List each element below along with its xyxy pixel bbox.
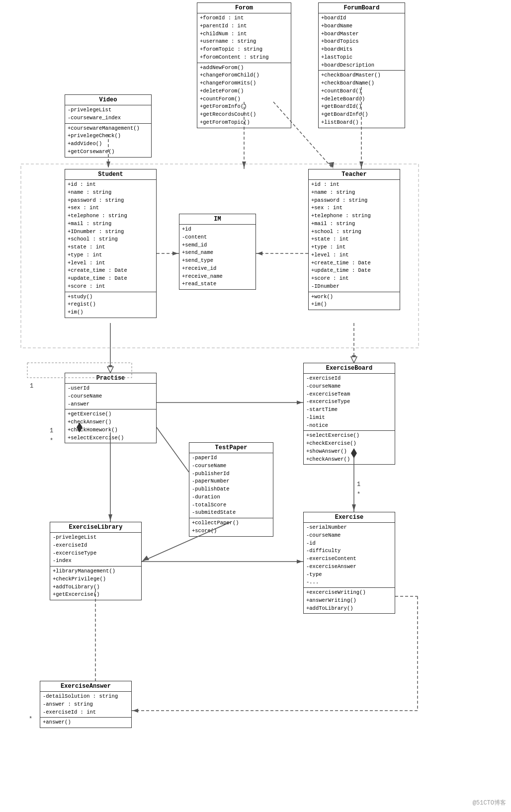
uml-attribute-item: -excerciseType [306,398,392,406]
uml-attribute-item: +level : int [68,259,154,267]
uml-attribute-item: -excerciseAnswer [306,563,392,571]
svg-marker-11 [352,355,356,362]
svg-marker-41 [351,357,357,363]
uml-attributes-exerciselibrary: -privelegeList-exerciseId-excerciseType-… [50,533,141,567]
uml-attribute-item: +name : string [68,189,154,197]
uml-attribute-item: -limit [306,414,392,422]
uml-title-practise: Practise [65,373,156,384]
uml-attribute-item: +id [182,226,253,234]
uml-attribute-item: +score : int [311,275,397,283]
uml-attribute-item: +create_time : Date [68,267,154,275]
uml-attributes-im: +id-content+semd_id+send_name+send_type+… [179,225,256,289]
uml-attributes-exerciseanswer: -detailSolution : string-answer : string… [40,692,131,718]
uml-attribute-item: -difficulty [306,547,392,555]
uml-attribute-item: +receive_name [182,273,253,281]
uml-method-item: +checkPrivilege() [53,575,139,583]
uml-attribute-item: -publishDate [192,486,270,493]
uml-method-item: +getForomTopic() [200,119,288,127]
uml-method-item: +changeForomChild() [200,72,288,80]
uml-attribute-item: +username : string [200,38,288,46]
uml-method-item: +getBoardInfo() [321,111,402,119]
uml-attribute-item: -userId [68,385,154,393]
uml-attribute-item: -courseware_index [68,114,149,122]
uml-methods-exerciseanswer: +answer() [40,718,131,728]
uml-method-item: +addToLibrary() [53,583,139,591]
uml-attribute-item: +semd_id [182,242,253,249]
uml-box-forumboard: ForumBoard+boardId+boardName+boardMaster… [318,2,405,128]
uml-method-item: +getRecordsCount() [200,111,288,119]
uml-attribute-item: -privelegeList [53,534,139,542]
svg-marker-32 [133,709,138,713]
uml-box-practise: Practise-userId-courseName-answer+getExe… [65,373,157,443]
uml-method-item: +answerWriting() [306,597,392,605]
uml-method-item: +work() [311,293,397,301]
uml-title-testpaper: TestPaper [189,443,273,453]
uml-method-item: +collectPaper() [192,519,270,527]
uml-box-teacher: Teacher+id : int+name : string+password … [308,169,400,310]
uml-attribute-item: +lastTopic [321,54,402,62]
uml-attribute-item: -startTime [306,406,392,414]
uml-attribute-item: -paperId [192,454,270,462]
uml-method-item: +addVideo() [68,140,149,148]
uml-method-item: +checkAnswer() [306,456,392,464]
uml-attribute-item: +state : int [68,244,154,251]
uml-attribute-item: -privelegeList [68,106,149,114]
uml-attributes-forumboard: +boardId+boardName+boardMaster+boardTopi… [319,13,405,71]
uml-attribute-item: -courseName [306,383,392,391]
svg-marker-19 [108,514,112,521]
uml-method-item: +selectExercise() [306,432,392,440]
svg-text:1: 1 [50,427,53,434]
uml-attribute-item: -IDnumber [311,283,397,291]
uml-attribute-item: +parentId : int [200,22,288,30]
uml-method-item: +deleteBoard() [321,95,402,103]
uml-method-item: +getExcercise() [53,591,139,599]
uml-attribute-item: -duration [192,493,270,501]
uml-attribute-item: -totalScore [192,501,270,509]
uml-attribute-item: +mail : string [311,220,397,228]
uml-attribute-item: +id : int [68,181,154,189]
uml-method-item: +selectExcercise() [68,434,154,442]
uml-title-exerciseanswer: ExerciseAnswer [40,681,131,692]
uml-box-video: Video-privelegeList-courseware_index+cou… [65,94,152,158]
uml-attribute-item: +create_time : Date [311,259,397,267]
uml-attribute-item: -excerciseType [53,550,139,558]
uml-attribute-item: +foromId : int [200,14,288,22]
uml-methods-teacher: +work()+im() [309,292,400,310]
uml-box-im: IM+id-content+semd_id+send_name+send_typ… [179,214,256,290]
uml-attribute-item: +score : int [68,283,154,291]
uml-attribute-item: -excerciseTeam [306,391,392,399]
uml-method-item: +checkBoardMaster() [321,72,402,80]
uml-box-exerciseboard: ExerciseBoard-exerciseId-courseName-exce… [303,363,395,465]
uml-method-item: +getCorseware() [68,148,149,156]
uml-methods-exerciseboard: +selectExercise()+checkExercise()+showAn… [304,431,395,464]
uml-attribute-item: -courseName [192,462,270,470]
uml-attribute-item: +childNum : int [200,30,288,38]
uml-attribute-item: +password : string [311,197,397,205]
svg-marker-15 [257,251,262,255]
uml-attribute-item: +foromContent : string [200,54,288,62]
uml-attribute-item: +school : string [68,236,154,244]
uml-methods-testpaper: +collectPaper()+score() [189,518,273,536]
uml-method-item: +privelegeCheck() [68,132,149,140]
uml-attribute-item: -exerciseId : int [43,709,129,717]
uml-attribute-item: +school : string [311,228,397,236]
uml-method-item: +answer() [43,719,129,727]
uml-attribute-item: -exerciseId [306,375,392,383]
svg-line-27 [157,427,189,472]
uml-method-item: +listBoard() [321,119,402,127]
uml-title-teacher: Teacher [309,169,400,180]
uml-method-item: +checkBoardName() [321,80,402,87]
uml-attribute-item: +boardId [321,14,402,22]
uml-box-exerciseanswer: ExerciseAnswer-detailSolution : string-a… [40,681,132,728]
uml-box-forom: Forom+foromId : int+parentId : int+child… [197,2,291,128]
uml-method-item: +getBoardId() [321,103,402,111]
uml-attribute-item: +sex : int [68,204,154,212]
uml-attribute-item: -notice [306,422,392,430]
uml-attributes-student: +id : int+name : string+password : strin… [65,180,156,292]
uml-attribute-item: +name : string [311,189,397,197]
uml-method-item: +changeForomHits() [200,80,288,87]
uml-attribute-item: +boardMaster [321,30,402,38]
uml-attribute-item: +boardHits [321,46,402,54]
uml-method-item: +countForom() [200,95,288,103]
uml-methods-video: +coursewareManagement()+privelegeCheck()… [65,124,151,157]
